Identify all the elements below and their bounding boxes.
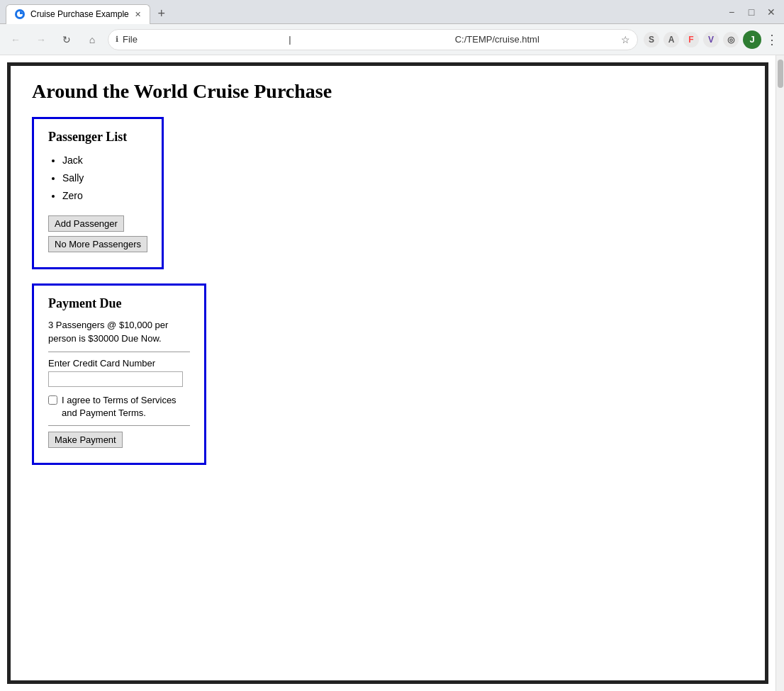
ext1-icon[interactable]: S — [644, 32, 659, 47]
tab-favicon — [15, 9, 25, 19]
passenger-section-heading: Passenger List — [48, 130, 147, 145]
address-path: C:/TEMP/cruise.html — [455, 34, 617, 45]
scroll-thumb[interactable] — [778, 60, 783, 88]
divider1 — [48, 352, 190, 352]
cc-label: Enter Credit Card Number — [48, 358, 190, 369]
page-content: Around the World Cruise Purchase Passeng… — [0, 55, 784, 691]
address-separator: | — [289, 34, 450, 45]
page-frame: Around the World Cruise Purchase Passeng… — [7, 62, 768, 684]
refresh-button[interactable]: ↻ — [57, 30, 77, 50]
profile-avatar[interactable]: J — [743, 30, 761, 49]
active-tab[interactable]: Cruise Purchase Example ✕ — [6, 4, 150, 24]
browser-window: Cruise Purchase Example ✕ + − □ ✕ ← → ↻ … — [0, 0, 784, 691]
forward-button[interactable]: → — [31, 30, 51, 50]
terms-row: I agree to Terms of Services and Payment… — [48, 394, 190, 420]
payment-section-heading: Payment Due — [48, 296, 190, 311]
terms-checkbox[interactable] — [48, 395, 57, 405]
new-tab-button[interactable]: + — [152, 4, 172, 24]
browser-extensions: S A F V ◎ J ⋮ — [644, 30, 778, 49]
close-button[interactable]: ✕ — [764, 5, 778, 19]
list-item: Zero — [62, 187, 147, 205]
divider2 — [48, 425, 190, 426]
tab-bar: Cruise Purchase Example ✕ + — [6, 0, 172, 24]
tab-title: Cruise Purchase Example — [30, 9, 129, 19]
address-info-icon: ℹ — [116, 35, 118, 44]
home-button[interactable]: ⌂ — [82, 30, 102, 50]
page-body: Around the World Cruise Purchase Passeng… — [0, 55, 775, 691]
browser-menu-button[interactable]: ⋮ — [766, 32, 778, 47]
ext3-icon[interactable]: F — [683, 32, 699, 47]
nav-bar: ← → ↻ ⌂ ℹ File | C:/TEMP/cruise.html ☆ S… — [0, 24, 784, 55]
back-button[interactable]: ← — [6, 30, 26, 50]
page-title: Around the World Cruise Purchase — [32, 80, 744, 103]
make-payment-button[interactable]: Make Payment — [48, 432, 123, 448]
terms-label: I agree to Terms of Services and Payment… — [62, 394, 190, 420]
ext2-icon[interactable]: A — [663, 32, 679, 47]
tab-close-icon[interactable]: ✕ — [135, 10, 141, 19]
payment-text: 3 Passengers @ $10,000 per person is $30… — [48, 318, 190, 346]
passenger-section: Passenger List Jack Sally Zero Add Passe… — [32, 117, 164, 269]
passenger-list: Jack Sally Zero — [48, 152, 147, 206]
scrollbar[interactable] — [775, 55, 784, 691]
credit-card-input[interactable] — [48, 371, 183, 387]
ext5-icon[interactable]: ◎ — [723, 32, 739, 47]
ext4-icon[interactable]: V — [703, 32, 719, 47]
bookmark-icon[interactable]: ☆ — [621, 34, 630, 45]
title-bar: Cruise Purchase Example ✕ + − □ ✕ — [0, 0, 784, 24]
add-passenger-button[interactable]: Add Passenger — [48, 215, 124, 232]
address-bar[interactable]: ℹ File | C:/TEMP/cruise.html ☆ — [108, 29, 638, 50]
address-file-label: File — [123, 34, 284, 45]
minimize-button[interactable]: − — [724, 5, 739, 19]
no-more-passengers-button[interactable]: No More Passengers — [48, 236, 147, 252]
list-item: Jack — [62, 152, 147, 169]
payment-section: Payment Due 3 Passengers @ $10,000 per p… — [32, 283, 206, 465]
window-controls: − □ ✕ — [724, 5, 778, 19]
restore-button[interactable]: □ — [744, 5, 758, 19]
list-item: Sally — [62, 169, 147, 187]
